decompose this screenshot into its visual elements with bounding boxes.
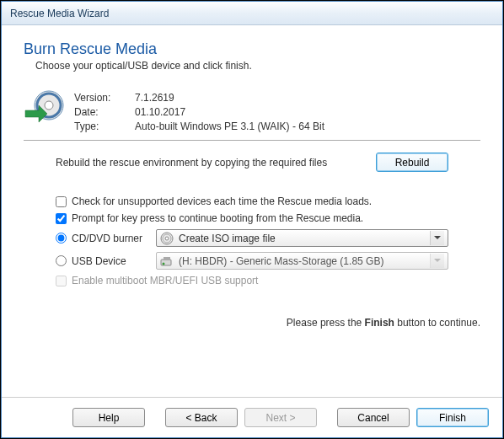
rebuild-text: Rebuild the rescue environment by copyin…	[56, 157, 327, 169]
svg-point-2	[45, 101, 53, 110]
check-unsupported-label: Check for unsupported devices each time …	[72, 195, 372, 207]
cd-dvd-radio[interactable]	[56, 233, 67, 244]
footer: Help < Back Next > Cancel Finish	[2, 397, 502, 437]
usb-selected: (H: HBDR) - Generic Mass-Storage (1.85 G…	[179, 255, 430, 267]
svg-rect-6	[161, 260, 171, 265]
window: Rescue Media Wizard Burn Rescue Media Ch…	[1, 1, 503, 438]
type-label: Type:	[74, 120, 133, 133]
cancel-button[interactable]: Cancel	[337, 408, 410, 427]
drive-icon	[160, 254, 174, 268]
check-unsupported-checkbox[interactable]	[56, 196, 67, 207]
multiboot-label: Enable multiboot MBR/UEFI USB support	[72, 275, 258, 286]
usb-dropdown: (H: HBDR) - Generic Mass-Storage (1.85 G…	[156, 252, 448, 270]
finish-button[interactable]: Finish	[416, 408, 489, 427]
chevron-down-icon	[430, 231, 444, 245]
disc-arrow-icon	[24, 88, 64, 129]
date-label: Date:	[74, 106, 133, 119]
page-title: Burn Rescue Media	[24, 40, 480, 58]
prompt-keypress-checkbox[interactable]	[56, 213, 67, 224]
instruction-text: Please press the Finish button to contin…	[24, 317, 480, 329]
content-area: Burn Rescue Media Choose your optical/US…	[2, 25, 502, 397]
info-section: Version: 7.1.2619 Date: 01.10.2017 Type:…	[24, 90, 480, 141]
page-subtitle: Choose your optical/USB device and click…	[35, 60, 480, 72]
prompt-keypress-label: Prompt for key press to continue booting…	[72, 212, 363, 224]
type-value: Auto-built Windows PE 3.1 (WAIK) - 64 Bi…	[135, 120, 328, 133]
cd-dvd-selected: Create ISO image file	[179, 233, 430, 244]
help-button[interactable]: Help	[72, 408, 145, 427]
next-button: Next >	[244, 408, 317, 427]
disc-icon	[160, 232, 174, 245]
svg-point-8	[163, 262, 165, 265]
back-button[interactable]: < Back	[165, 408, 238, 427]
usb-radio[interactable]	[56, 255, 67, 266]
rebuild-button[interactable]: Rebuild	[376, 153, 448, 172]
cd-dvd-dropdown[interactable]: Create ISO image file	[156, 229, 448, 247]
cd-dvd-label: CD/DVD burner	[72, 233, 156, 244]
multiboot-checkbox	[56, 276, 67, 286]
svg-rect-7	[164, 257, 170, 260]
date-value: 01.10.2017	[135, 106, 328, 119]
usb-label: USB Device	[72, 255, 156, 267]
window-title: Rescue Media Wizard	[10, 8, 109, 19]
version-label: Version:	[74, 92, 133, 104]
version-value: 7.1.2619	[135, 92, 328, 104]
svg-point-5	[165, 237, 169, 240]
titlebar: Rescue Media Wizard	[2, 2, 502, 25]
chevron-down-icon	[430, 254, 444, 268]
